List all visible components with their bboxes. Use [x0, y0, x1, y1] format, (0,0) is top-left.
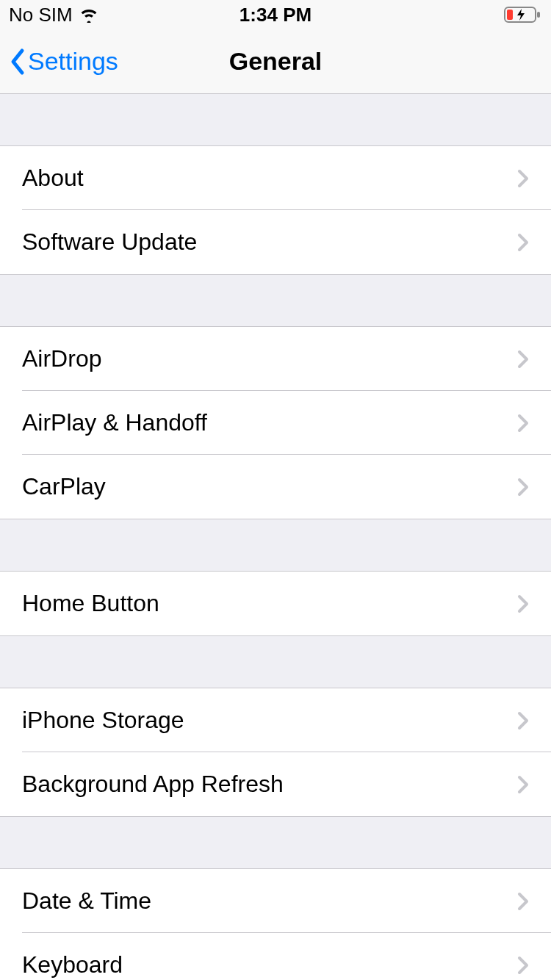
chevron-right-icon — [517, 594, 529, 613]
status-right — [504, 6, 542, 24]
section-gap — [0, 817, 551, 868]
battery-icon — [504, 6, 542, 24]
time-label: 1:34 PM — [240, 4, 311, 26]
carrier-label: No SIM — [9, 4, 73, 26]
section-gap — [0, 275, 551, 326]
back-label: Settings — [28, 47, 118, 76]
row-group: iPhone Storage Background App Refresh — [0, 688, 551, 817]
chevron-right-icon — [517, 956, 529, 975]
row-group: About Software Update — [0, 145, 551, 275]
row-label: Home Button — [22, 590, 159, 617]
page-title: General — [229, 47, 323, 76]
chevron-right-icon — [517, 169, 529, 188]
section-gap — [0, 636, 551, 688]
row-group: Home Button — [0, 571, 551, 636]
back-button[interactable]: Settings — [9, 47, 118, 76]
section-gap — [0, 94, 551, 145]
row-software-update[interactable]: Software Update — [0, 210, 551, 274]
row-group: Date & Time Keyboard — [0, 868, 551, 980]
status-left: No SIM — [9, 4, 99, 26]
status-bar: No SIM 1:34 PM — [0, 0, 551, 29]
row-label: Date & Time — [22, 887, 151, 915]
row-background-app-refresh[interactable]: Background App Refresh — [0, 752, 551, 816]
chevron-right-icon — [517, 350, 529, 369]
row-keyboard[interactable]: Keyboard — [0, 933, 551, 980]
wifi-icon — [79, 7, 99, 23]
chevron-right-icon — [517, 775, 529, 794]
row-label: About — [22, 165, 84, 192]
row-airdrop[interactable]: AirDrop — [0, 327, 551, 391]
section-gap — [0, 519, 551, 571]
row-label: Keyboard — [22, 951, 123, 979]
chevron-right-icon — [517, 711, 529, 730]
chevron-right-icon — [517, 478, 529, 497]
row-label: Background App Refresh — [22, 771, 284, 798]
row-label: AirPlay & Handoff — [22, 409, 207, 436]
row-label: Software Update — [22, 228, 197, 256]
chevron-right-icon — [517, 233, 529, 252]
svg-rect-2 — [507, 10, 513, 20]
row-iphone-storage[interactable]: iPhone Storage — [0, 688, 551, 752]
row-label: iPhone Storage — [22, 707, 184, 734]
chevron-right-icon — [517, 892, 529, 911]
row-carplay[interactable]: CarPlay — [0, 455, 551, 519]
row-airplay-handoff[interactable]: AirPlay & Handoff — [0, 391, 551, 455]
row-label: CarPlay — [22, 473, 106, 500]
row-group: AirDrop AirPlay & Handoff CarPlay — [0, 326, 551, 519]
chevron-right-icon — [517, 414, 529, 433]
row-label: AirDrop — [22, 345, 101, 372]
row-home-button[interactable]: Home Button — [0, 572, 551, 635]
nav-bar: Settings General — [0, 29, 551, 94]
content: About Software Update AirDrop AirPlay & … — [0, 94, 551, 980]
row-date-time[interactable]: Date & Time — [0, 869, 551, 933]
svg-rect-1 — [537, 12, 540, 18]
chevron-left-icon — [9, 48, 25, 76]
row-about[interactable]: About — [0, 146, 551, 210]
